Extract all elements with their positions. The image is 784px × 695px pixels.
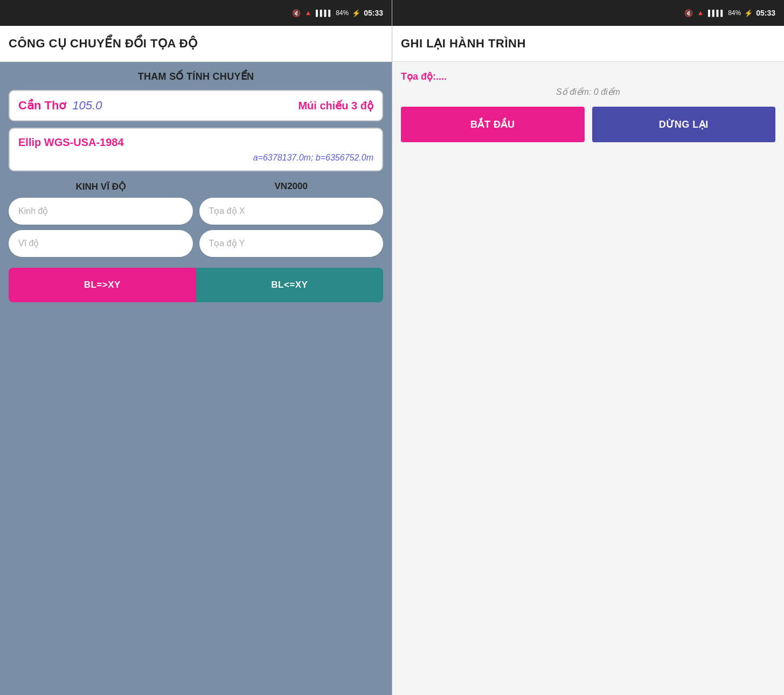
btn-xy-bl[interactable]: BL<=XY <box>196 268 384 302</box>
right-panel: 🔇 🔺 ▌▌▌▌ 84% ⚡ 05:33 GHI LẠI HÀNH TRÌNH … <box>392 0 784 695</box>
btn-bat-dau[interactable]: BẮT ĐẦU <box>401 107 585 142</box>
wifi-icon: 🔺 <box>304 9 313 17</box>
time-right: 05:33 <box>756 9 775 17</box>
time-left: 05:33 <box>364 9 383 17</box>
battery-icon-right: ⚡ <box>744 9 753 17</box>
title-text-left: CÔNG CỤ CHUYỂN ĐỔI TỌA ĐỘ <box>9 37 198 50</box>
param-row: Cần Thơ 105.0 Múi chiếu 3 độ <box>18 99 373 113</box>
action-buttons: BL=>XY BL<=XY <box>9 268 383 302</box>
app-title-left: CÔNG CỤ CHUYỂN ĐỔI TỌA ĐỘ <box>0 26 392 62</box>
journey-buttons: BẮT ĐẦU DỪNG LẠI <box>401 107 775 142</box>
app-title-right: GHI LẠI HÀNH TRÌNH <box>392 26 784 62</box>
left-panel: 🔇 🔺 ▌▌▌▌ 84% ⚡ 05:33 CÔNG CỤ CHUYỂN ĐỔI … <box>0 0 392 695</box>
status-icons-left: 🔇 🔺 ▌▌▌▌ 84% ⚡ 05:33 <box>292 9 383 17</box>
col-header-right: VN2000 <box>199 181 384 192</box>
coord-inputs <box>9 198 383 257</box>
so-diem: Số điểm: 0 điểm <box>401 87 775 97</box>
coord-row-2 <box>9 230 383 257</box>
signal-icon-right: ▌▌▌▌ <box>708 10 725 16</box>
status-bar-right: 🔇 🔺 ▌▌▌▌ 84% ⚡ 05:33 <box>392 0 784 26</box>
battery-icon-left: ⚡ <box>352 9 360 17</box>
right-content: Tọa độ:.... Số điểm: 0 điểm BẮT ĐẦU DỪNG… <box>392 62 784 695</box>
ellip-name: Ellip WGS-USA-1984 <box>18 136 373 149</box>
wifi-icon-right: 🔺 <box>696 9 705 17</box>
btn-bl-xy[interactable]: BL=>XY <box>9 268 196 302</box>
signal-icon: ▌▌▌▌ <box>316 10 332 16</box>
toa-do-y-input[interactable] <box>199 230 384 257</box>
mute-icon: 🔇 <box>292 9 301 17</box>
status-bar-left: 🔇 🔺 ▌▌▌▌ 84% ⚡ 05:33 <box>0 0 392 26</box>
ellip-params: a=6378137.0m; b=6356752.0m <box>18 153 373 163</box>
coord-headers: KINH VĨ ĐỘ VN2000 <box>9 181 383 192</box>
param-box-location[interactable]: Cần Thơ 105.0 Múi chiếu 3 độ <box>9 90 383 121</box>
vi-do-input[interactable] <box>9 230 193 257</box>
mute-icon-right: 🔇 <box>684 9 693 17</box>
kinh-do-input[interactable] <box>9 198 193 225</box>
status-icons-right: 🔇 🔺 ▌▌▌▌ 84% ⚡ 05:33 <box>684 9 775 17</box>
param-projection: Múi chiếu 3 độ <box>298 99 373 112</box>
param-location: Cần Thơ <box>18 99 66 113</box>
toa-do-label: Tọa độ:.... <box>401 71 775 82</box>
title-text-right: GHI LẠI HÀNH TRÌNH <box>401 37 526 50</box>
battery-left: 84% <box>336 9 349 17</box>
coord-row-1 <box>9 198 383 225</box>
left-content: THAM SỐ TÍNH CHUYỂN Cần Thơ 105.0 Múi ch… <box>0 62 392 695</box>
btn-dung-lai[interactable]: DỪNG LẠI <box>592 107 776 142</box>
battery-right: 84% <box>728 9 741 17</box>
col-header-left: KINH VĨ ĐỘ <box>9 181 193 192</box>
toa-do-x-input[interactable] <box>199 198 384 225</box>
ellip-box[interactable]: Ellip WGS-USA-1984 a=6378137.0m; b=63567… <box>9 128 383 171</box>
section-header: THAM SỐ TÍNH CHUYỂN <box>9 71 383 82</box>
param-value: 105.0 <box>72 99 102 113</box>
